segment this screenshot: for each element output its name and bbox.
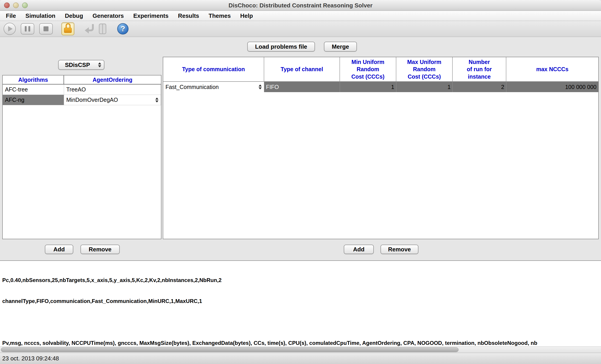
communication-cell-editor[interactable]: Fast_Communication <box>163 82 264 92</box>
minimize-window-button[interactable] <box>13 2 19 8</box>
import-arrow-icon <box>83 23 96 34</box>
menu-themes[interactable]: Themes <box>204 12 235 19</box>
algorithms-remove-button[interactable]: Remove <box>80 245 120 254</box>
load-problems-file-button[interactable]: Load problems file <box>247 42 315 52</box>
cell-stepper-icon[interactable] <box>259 85 262 89</box>
menu-experiments[interactable]: Experiments <box>129 12 173 19</box>
table-row[interactable]: AFC-tree TreeAO <box>3 85 161 95</box>
problem-type-value: SDisCSP <box>65 61 90 68</box>
menu-help[interactable]: Help <box>236 12 258 19</box>
algorithm-cell-selected[interactable]: AFC-ng <box>3 95 64 105</box>
horizontal-scrollbar[interactable] <box>0 346 601 353</box>
run-button[interactable] <box>4 23 16 35</box>
table-row-selected[interactable]: Fast_Communication FIFO 1 1 2 100 000 00… <box>163 82 598 92</box>
communication-table-header: Type of communication Type of channel Mi… <box>163 57 598 82</box>
max-cost-cell[interactable]: 1 <box>396 82 453 92</box>
column-header-max-uniform-random-cost[interactable]: Max Uniform Random Cost (CCCs) <box>396 57 453 81</box>
toolbar: ? <box>0 21 601 37</box>
lock-button[interactable] <box>61 22 74 35</box>
algorithms-table-header: Algorithms AgentOrdering <box>3 76 161 85</box>
scrollbar-thumb[interactable] <box>1 347 459 352</box>
stop-icon <box>43 26 49 31</box>
question-mark-icon: ? <box>120 25 125 33</box>
menu-file[interactable]: File <box>4 12 21 19</box>
title-bar: DisChoco: Distributed Constraint Reasoni… <box>0 0 601 11</box>
results-output-area[interactable]: Pc,0.40,nbSensors,25,nbTargets,5,x_axis,… <box>0 260 601 346</box>
ordering-value: MinDomOverDegAO <box>66 97 118 103</box>
column-view-button[interactable] <box>98 23 107 34</box>
merge-button[interactable]: Merge <box>324 42 357 52</box>
cell-stepper-icon[interactable] <box>155 97 159 103</box>
menu-bar: File Simulation Debug Generators Experim… <box>0 11 601 21</box>
menu-results[interactable]: Results <box>173 12 204 19</box>
import-results-button[interactable] <box>83 23 96 34</box>
close-window-button[interactable] <box>4 2 10 8</box>
pause-icon <box>25 26 27 31</box>
play-icon <box>8 26 13 31</box>
communication-value: Fast_Communication <box>165 84 219 90</box>
output-line: Pc,0.40,nbSensors,25,nbTargets,5,x_axis,… <box>2 277 599 284</box>
output-line: channelType,FIFO,communication,Fast_Comm… <box>2 297 599 305</box>
communication-add-button[interactable]: Add <box>344 245 374 254</box>
communication-table: Type of communication Type of channel Mi… <box>163 57 599 239</box>
status-bar: 23 oct. 2013 09:24:48 <box>0 353 601 364</box>
menu-simulation[interactable]: Simulation <box>21 12 60 19</box>
column-header-max-ncccs[interactable]: max NCCCs <box>506 57 598 81</box>
pause-button[interactable] <box>21 23 34 34</box>
column-header-algorithms[interactable]: Algorithms <box>3 76 64 84</box>
menu-debug[interactable]: Debug <box>60 12 88 19</box>
algorithm-cell[interactable]: AFC-tree <box>3 85 64 95</box>
problem-type-combobox[interactable]: SDisCSP <box>58 60 104 70</box>
ordering-cell-editor[interactable]: MinDomOverDegAO <box>64 95 161 105</box>
min-cost-cell[interactable]: 1 <box>340 82 396 92</box>
communication-remove-button[interactable]: Remove <box>381 245 418 254</box>
table-row[interactable]: AFC-ng MinDomOverDegAO <box>3 95 161 105</box>
combo-stepper-icon <box>98 62 101 67</box>
window-controls <box>4 2 28 8</box>
column-icon <box>98 23 107 34</box>
max-ncccs-cell[interactable]: 100 000 000 <box>506 82 598 92</box>
window-title: DisChoco: Distributed Constraint Reasoni… <box>0 0 601 11</box>
column-header-min-uniform-random-cost[interactable]: Min Uniform Random Cost (CCCs) <box>340 57 396 81</box>
runs-cell[interactable]: 2 <box>453 82 506 92</box>
output-line: Pv,msg, ncccs, solvability, NCCPUTime(ms… <box>2 339 599 346</box>
help-button[interactable]: ? <box>117 23 129 34</box>
column-header-type-of-channel[interactable]: Type of channel <box>264 57 340 81</box>
lock-icon <box>64 27 72 33</box>
status-timestamp: 23 oct. 2013 09:24:48 <box>2 355 59 362</box>
menu-generators[interactable]: Generators <box>88 12 129 19</box>
column-header-agent-ordering[interactable]: AgentOrdering <box>64 76 161 84</box>
algorithms-table: Algorithms AgentOrdering AFC-tree TreeAO… <box>2 75 161 239</box>
algorithms-add-button[interactable]: Add <box>45 245 73 254</box>
zoom-window-button[interactable] <box>22 2 28 8</box>
stop-button[interactable] <box>39 23 53 34</box>
ordering-cell[interactable]: TreeAO <box>64 85 161 95</box>
column-header-number-of-run[interactable]: Number of run for instance <box>453 57 506 81</box>
channel-cell[interactable]: FIFO <box>264 82 340 92</box>
output-line <box>2 318 599 326</box>
column-header-type-of-communication[interactable]: Type of communication <box>163 57 264 81</box>
